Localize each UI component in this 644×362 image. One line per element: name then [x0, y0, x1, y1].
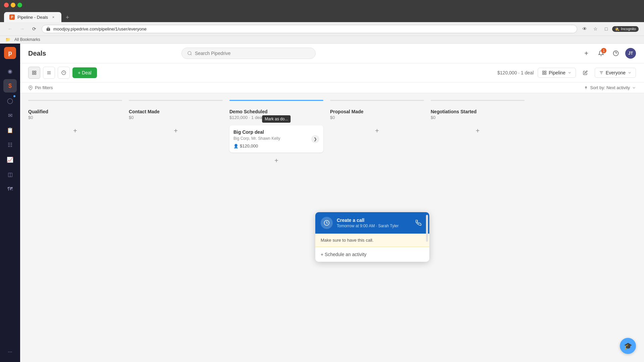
app-logo[interactable]: p [4, 47, 16, 59]
browser-maximize-btn[interactable] [17, 3, 22, 7]
schedule-activity-btn[interactable]: + Schedule an activity [315, 247, 429, 262]
list-view-btn[interactable] [43, 67, 55, 79]
deal-card-big-corp[interactable]: Mark as do... Big Corp deal Big Corp, Mr… [229, 125, 323, 153]
page-title: Deals [28, 50, 46, 57]
chevron-down-icon [568, 71, 572, 75]
deal-next-btn[interactable]: ❯ [311, 135, 319, 143]
notification-dot [13, 95, 15, 97]
sidebar-item-more[interactable]: ··· [3, 345, 17, 359]
browser-tab[interactable]: P Pipeline - Deals × [4, 12, 61, 22]
back-btn[interactable]: ← [5, 24, 15, 34]
deal-company: Big Corp, Mr. Shawn Kelly [233, 136, 319, 141]
new-tab-btn[interactable]: + [63, 13, 72, 22]
sidebar-item-activities[interactable]: 📋 [3, 123, 17, 137]
search-bar[interactable] [181, 48, 316, 59]
add-card-qualified[interactable]: + [70, 125, 80, 136]
sort-controls-btn[interactable]: Sort by: Next activity [584, 85, 636, 90]
activity-title: Create a call [337, 218, 409, 223]
add-card-contact[interactable]: + [170, 125, 181, 136]
incognito-badge: 🕵 Incognito [612, 26, 639, 32]
sort-icon [584, 85, 588, 90]
sidebar-item-leads[interactable]: ◯ [3, 94, 17, 107]
activity-subtitle: Tomorrow at 9:00 AM · Sarah Tyler [337, 224, 409, 228]
browser-minimize-btn[interactable] [11, 3, 15, 7]
main-header: Deals + 1 JT [20, 44, 644, 63]
global-add-btn[interactable]: + [581, 48, 592, 59]
refresh-btn[interactable]: ⟳ [30, 24, 39, 34]
eye-icon: 👁 [580, 24, 589, 34]
kanban-view-btn[interactable] [28, 67, 40, 79]
sidebar-item-reports[interactable]: 📈 [3, 153, 17, 166]
popup-inner: Create a call Tomorrow at 9:00 AM · Sara… [315, 212, 429, 262]
browser-close-btn[interactable] [4, 3, 9, 7]
sidebar-item-products[interactable]: ◫ [3, 168, 17, 181]
star-icon[interactable]: ☆ [591, 24, 600, 34]
search-icon [187, 51, 192, 56]
help-btn[interactable] [610, 48, 621, 59]
main-content: Deals + 1 JT [20, 44, 644, 362]
pipeline-board: Qualified $0 + Contact Made $0 + Demo Sc… [20, 93, 644, 362]
forward-btn[interactable]: → [17, 24, 27, 34]
svg-rect-17 [545, 73, 546, 74]
support-btn[interactable]: 🎓 [620, 338, 636, 354]
pipeline-selector[interactable]: Pipeline [538, 68, 576, 78]
activity-create-call[interactable]: Create a call Tomorrow at 9:00 AM · Sara… [315, 212, 429, 234]
svg-line-1 [191, 54, 192, 55]
filter-icon [599, 70, 604, 75]
svg-rect-5 [35, 71, 36, 72]
svg-rect-16 [543, 73, 544, 74]
activity-note: Make sure to have this call. [315, 234, 429, 247]
activity-popup: Create a call Tomorrow at 9:00 AM · Sara… [315, 212, 429, 262]
activity-info: Create a call Tomorrow at 9:00 AM · Sara… [337, 218, 409, 228]
add-deal-btn[interactable]: + Deal [72, 67, 97, 78]
add-card-proposal[interactable]: + [372, 125, 382, 136]
bookmarks-label[interactable]: All Bookmarks [14, 37, 40, 42]
address-bar[interactable] [42, 25, 577, 33]
phone-icon [413, 218, 424, 228]
svg-rect-14 [543, 71, 544, 72]
pipeline-icon [542, 70, 547, 75]
forecast-view-btn[interactable] [58, 67, 70, 79]
clock-icon [324, 220, 330, 226]
everyone-selector[interactable]: Everyone [595, 68, 636, 78]
toolbar-right: $120,000 · 1 deal Pipeline Everyone [497, 67, 636, 78]
svg-rect-7 [35, 73, 36, 74]
popup-scrollbar[interactable] [426, 215, 428, 242]
sidebar-item-mail[interactable]: ✉ [3, 109, 17, 122]
toolbar: + Deal $120,000 · 1 deal Pipeline Everyo… [20, 63, 644, 82]
svg-rect-15 [545, 71, 546, 72]
sidebar-item-home[interactable]: ◉ [3, 64, 17, 78]
amount-icon: 👤 [233, 144, 238, 148]
notifications-btn[interactable]: 1 [596, 48, 606, 59]
add-card-negotiations[interactable]: + [472, 125, 483, 136]
column-bar-demo [229, 100, 323, 101]
tab-title: Pipeline - Deals [17, 15, 48, 20]
user-avatar[interactable]: JT [625, 48, 636, 59]
column-header-proposal: Proposal Made $0 [330, 106, 424, 123]
svg-point-0 [188, 51, 191, 55]
bookmarks-folder-icon: 📁 [5, 37, 10, 42]
column-header-contact: Contact Made $0 [129, 106, 223, 123]
chevron-down-icon-2 [628, 71, 632, 75]
tab-favicon: P [9, 14, 15, 20]
column-header-qualified: Qualified $0 [28, 106, 122, 123]
svg-rect-6 [33, 73, 34, 74]
extension-icon[interactable]: □ [601, 24, 611, 34]
tab-close-btn[interactable]: × [51, 14, 56, 20]
sidebar: p ◉ $ ◯ ✉ 📋 ☷ 📈 ◫ 🗺 ··· [0, 44, 20, 362]
search-input[interactable] [195, 51, 310, 56]
mark-done-tooltip: Mark as do... [262, 115, 290, 123]
sidebar-item-contacts[interactable]: ☷ [3, 138, 17, 152]
edit-pipeline-btn[interactable] [580, 67, 591, 78]
url-input[interactable] [53, 26, 573, 32]
column-bar-negotiations [431, 100, 525, 101]
pin-filters-btn[interactable]: Pin filters [28, 85, 53, 90]
sidebar-item-map[interactable]: 🗺 [3, 182, 17, 196]
column-bar-qualified [28, 100, 122, 101]
add-card-demo[interactable]: + [271, 155, 282, 166]
deal-summary: $120,000 · 1 deal [497, 70, 534, 75]
column-qualified: Qualified $0 + [28, 100, 122, 355]
sidebar-item-deals[interactable]: $ [3, 79, 17, 93]
lock-icon [46, 26, 51, 31]
deal-title: Big Corp deal [233, 129, 319, 135]
